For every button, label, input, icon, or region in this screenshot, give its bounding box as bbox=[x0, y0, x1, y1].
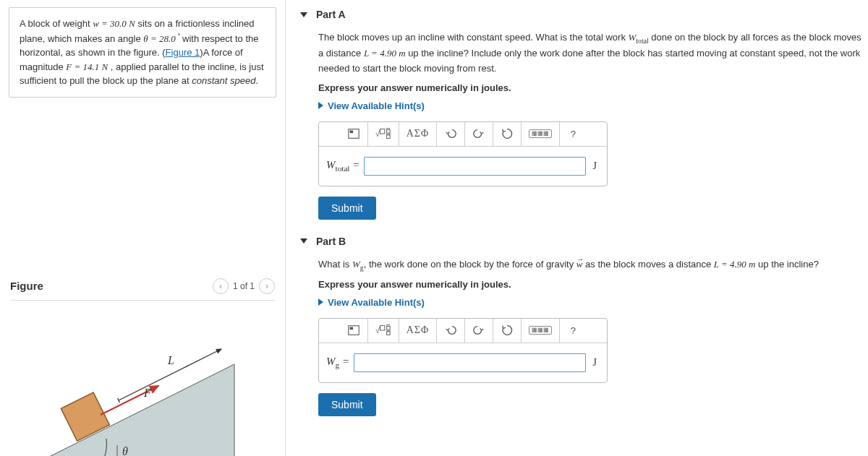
reset-button[interactable] bbox=[493, 122, 522, 146]
greek-letters-button[interactable]: ΑΣΦ bbox=[399, 319, 438, 343]
figure-link[interactable]: Figure 1 bbox=[166, 47, 200, 58]
svg-rect-14 bbox=[386, 130, 390, 134]
part-b-unit: J bbox=[590, 357, 600, 369]
part-b-instruction: Express your answer numerically in joule… bbox=[318, 279, 862, 290]
part-a-hints-link[interactable]: View Available Hint(s) bbox=[318, 100, 862, 111]
figure-next-button[interactable]: › bbox=[259, 278, 275, 294]
force-value: F = 14.1 N bbox=[66, 61, 108, 72]
fraction-sqrt-button[interactable]: √ bbox=[368, 122, 399, 146]
svg-text:F: F bbox=[143, 387, 151, 399]
svg-rect-23 bbox=[386, 332, 390, 335]
svg-rect-12 bbox=[380, 129, 384, 134]
keyboard-button[interactable]: ▦▦▦ bbox=[522, 122, 560, 146]
template-picker-button[interactable] bbox=[340, 319, 368, 343]
template-picker-button[interactable] bbox=[340, 122, 368, 146]
part-a-unit: J bbox=[590, 160, 600, 172]
figure-counter: 1 of 1 bbox=[233, 281, 255, 291]
fraction-sqrt-button[interactable]: √ bbox=[368, 319, 399, 343]
part-b-hints-link[interactable]: View Available Hint(s) bbox=[318, 297, 862, 308]
part-b-answer-input[interactable] bbox=[354, 353, 586, 372]
svg-text:√: √ bbox=[375, 326, 380, 335]
part-b-header[interactable]: Part B bbox=[300, 227, 862, 257]
part-a-instruction: Express your answer numerically in joule… bbox=[318, 82, 862, 93]
part-a-submit-button[interactable]: Submit bbox=[318, 197, 376, 220]
angle-value: θ = 28.0 bbox=[143, 33, 175, 44]
figure-prev-button[interactable]: ‹ bbox=[213, 278, 229, 294]
figure-diagram: F L θ bbox=[10, 301, 275, 456]
keyboard-icon: ▦▦▦ bbox=[529, 326, 552, 335]
svg-rect-18 bbox=[349, 327, 353, 330]
part-a-variable-label: Wtotal = bbox=[326, 159, 359, 173]
svg-rect-15 bbox=[386, 135, 390, 139]
svg-rect-22 bbox=[386, 327, 390, 330]
keyboard-button[interactable]: ▦▦▦ bbox=[522, 319, 560, 343]
figure-title: Figure bbox=[10, 280, 43, 292]
part-b-variable-label: Wg = bbox=[326, 356, 349, 369]
svg-rect-20 bbox=[380, 326, 384, 330]
part-b-answer-box: √ ΑΣΦ ▦▦▦ ? Wg = J bbox=[318, 318, 608, 383]
caret-down-icon bbox=[300, 12, 307, 17]
svg-text:L: L bbox=[167, 354, 174, 366]
part-a-answer-input[interactable] bbox=[364, 157, 585, 176]
svg-rect-10 bbox=[349, 131, 353, 134]
part-a-question: The block moves up an incline with const… bbox=[318, 30, 862, 77]
help-button[interactable]: ? bbox=[560, 319, 586, 343]
redo-button[interactable] bbox=[465, 122, 493, 146]
caret-down-icon bbox=[300, 238, 307, 244]
caret-right-icon bbox=[318, 298, 323, 306]
part-a-answer-box: √ ΑΣΦ ▦▦▦ ? Wtotal = J bbox=[318, 121, 608, 186]
caret-right-icon bbox=[318, 102, 323, 109]
reset-button[interactable] bbox=[493, 319, 522, 343]
problem-statement: A block of weight w = 30.0 N sits on a f… bbox=[9, 7, 276, 98]
svg-text:√: √ bbox=[375, 129, 380, 138]
weight-value: w = 30.0 N bbox=[93, 18, 135, 29]
greek-letters-button[interactable]: ΑΣΦ bbox=[399, 122, 438, 146]
undo-button[interactable] bbox=[437, 122, 465, 146]
part-a-header[interactable]: Part A bbox=[300, 0, 862, 30]
part-b-question: What is Wg, the work done on the block b… bbox=[318, 257, 862, 273]
help-button[interactable]: ? bbox=[560, 122, 586, 146]
svg-text:θ: θ bbox=[122, 445, 128, 456]
keyboard-icon: ▦▦▦ bbox=[529, 129, 552, 138]
undo-button[interactable] bbox=[437, 319, 465, 343]
redo-button[interactable] bbox=[465, 319, 493, 343]
part-b-submit-button[interactable]: Submit bbox=[318, 393, 376, 416]
